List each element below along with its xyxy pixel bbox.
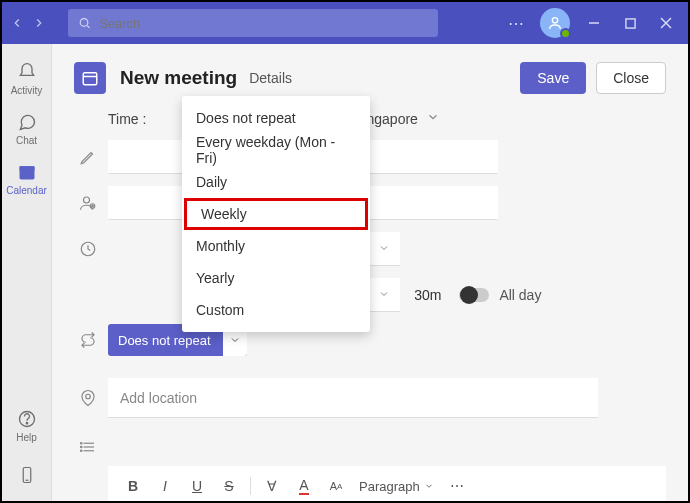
presence-dot (560, 28, 571, 39)
minimize-icon[interactable] (576, 5, 612, 41)
timezone-row: Time : r, Singapore (52, 104, 688, 134)
highlight-button[interactable]: ∀ (257, 471, 287, 501)
font-color-button[interactable]: A (289, 471, 319, 501)
paragraph-dropdown[interactable]: Paragraph (353, 479, 440, 494)
bold-button[interactable]: B (118, 471, 148, 501)
duration-label: 30m (414, 287, 441, 303)
svg-point-24 (81, 443, 83, 445)
svg-point-26 (81, 450, 83, 452)
dd-weekly[interactable]: Weekly (184, 198, 368, 230)
rail-calendar[interactable]: Calendar (2, 154, 52, 204)
start-time-row: 5:30 PM (52, 226, 688, 272)
dd-yearly[interactable]: Yearly (182, 262, 370, 294)
divider (250, 477, 251, 495)
rail-label: Activity (11, 85, 43, 96)
close-window-icon[interactable] (648, 5, 684, 41)
dd-custom[interactable]: Custom (182, 294, 370, 326)
device-icon (18, 464, 36, 486)
back-arrow-icon[interactable] (6, 12, 28, 34)
svg-rect-4 (625, 18, 634, 27)
italic-button[interactable]: I (150, 471, 180, 501)
rail-activity[interactable]: Activity (2, 54, 52, 104)
svg-line-1 (87, 26, 89, 28)
close-button[interactable]: Close (596, 62, 666, 94)
rail-chat[interactable]: Chat (2, 104, 52, 154)
people-icon (74, 194, 102, 212)
chat-icon (17, 112, 37, 132)
maximize-icon[interactable] (612, 5, 648, 41)
location-row: Add location (52, 372, 688, 424)
dd-every-weekday[interactable]: Every weekday (Mon - Fri) (182, 134, 370, 166)
recurrence-dropdown-menu: Does not repeat Every weekday (Mon - Fri… (182, 96, 370, 332)
svg-point-0 (80, 19, 88, 27)
pencil-icon (74, 148, 102, 166)
svg-rect-13 (83, 73, 97, 85)
calendar-icon (17, 162, 37, 182)
title-row (52, 134, 688, 180)
svg-rect-8 (19, 166, 34, 170)
location-input[interactable]: Add location (108, 378, 598, 418)
more-icon[interactable]: ⋯ (498, 5, 534, 41)
list-icon (74, 438, 102, 456)
svg-point-10 (26, 423, 27, 424)
title-bar: ⋯ (2, 2, 688, 44)
attendees-row (52, 180, 688, 226)
avatar[interactable] (540, 8, 570, 38)
calendar-badge-icon (74, 62, 106, 94)
allday-label: All day (499, 287, 541, 303)
search-icon (78, 16, 91, 30)
rich-text-editor: B I U S ∀ A AA Paragraph ⋯ Type details … (108, 466, 666, 501)
timezone-label: Time : (108, 111, 146, 127)
page-header: New meeting Details Save Close (52, 44, 688, 104)
underline-button[interactable]: U (182, 471, 212, 501)
font-size-button[interactable]: AA (321, 471, 351, 501)
chevron-down-icon (378, 287, 390, 303)
description-row (52, 432, 688, 462)
search-box[interactable] (68, 9, 438, 37)
dd-monthly[interactable]: Monthly (182, 230, 370, 262)
bell-icon (17, 62, 37, 82)
app-rail: Activity Chat Calendar Help (2, 44, 52, 501)
more-formatting-button[interactable]: ⋯ (442, 471, 472, 501)
forward-arrow-icon[interactable] (28, 12, 50, 34)
search-input[interactable] (99, 16, 428, 31)
allday-toggle[interactable] (459, 288, 489, 302)
rail-label: Help (16, 432, 37, 443)
rail-help[interactable]: Help (2, 401, 52, 451)
content: New meeting Details Save Close Time : r,… (52, 44, 688, 501)
details-tab[interactable]: Details (249, 70, 292, 86)
repeat-icon (74, 331, 102, 349)
page-title: New meeting (120, 67, 237, 89)
dd-does-not-repeat[interactable]: Does not repeat (182, 102, 370, 134)
chevron-down-icon (378, 241, 390, 257)
location-icon (74, 389, 102, 407)
help-icon (17, 409, 37, 429)
svg-point-15 (84, 197, 90, 203)
end-time-row: 6:00 PM 30m All day (52, 272, 688, 318)
rail-device[interactable] (2, 451, 52, 501)
svg-point-20 (86, 394, 91, 399)
dd-daily[interactable]: Daily (182, 166, 370, 198)
editor-toolbar: B I U S ∀ A AA Paragraph ⋯ (108, 466, 666, 501)
chevron-down-icon[interactable] (426, 110, 440, 128)
clock-icon (74, 240, 102, 258)
svg-point-25 (81, 446, 83, 448)
recurrence-row: Does not repeat (52, 318, 688, 362)
rail-label: Chat (16, 135, 37, 146)
save-button[interactable]: Save (520, 62, 586, 94)
svg-point-2 (552, 18, 557, 23)
main: Activity Chat Calendar Help New meeting … (2, 44, 688, 501)
rail-label: Calendar (6, 185, 47, 196)
strike-button[interactable]: S (214, 471, 244, 501)
